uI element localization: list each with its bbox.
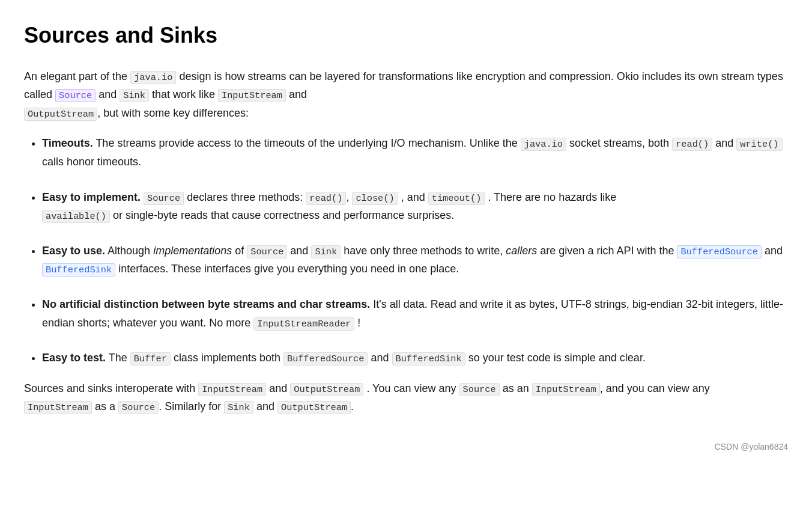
write-code: write() <box>736 138 782 151</box>
outputstream-code-intro: OutputStream <box>24 108 97 121</box>
features-list: Timeouts. The streams provide access to … <box>24 134 788 367</box>
sink-code-intro: Sink <box>120 89 149 102</box>
timeouts-label: Timeouts. <box>42 137 93 149</box>
use-text7: interfaces. These interfaces give you ev… <box>118 263 459 275</box>
use-text4: have only three methods to write, <box>344 245 503 257</box>
use-text3: and <box>290 245 308 257</box>
timeouts-text1: The streams provide access to the timeou… <box>95 137 517 149</box>
test-text4: so your test code is simple and clear. <box>468 352 646 364</box>
list-item: Easy to use. Although implementations of… <box>42 242 788 278</box>
callers-em: callers <box>506 245 537 257</box>
intro-text6: , but with some key differences: <box>97 107 249 119</box>
java-io-code: java.io <box>130 71 176 84</box>
implement-text5: or single-byte reads that cause correctn… <box>113 209 454 221</box>
use-label: Easy to use. <box>42 245 105 257</box>
list-item: No artificial distinction between byte s… <box>42 295 788 332</box>
intro-paragraph: An elegant part of the java.io design is… <box>24 67 788 123</box>
inputstream-code-outro3: InputStream <box>24 401 92 414</box>
intro-text3: and <box>98 88 117 100</box>
intro-text1: An elegant part of the <box>24 70 127 82</box>
outro-text7: . Similarly for <box>159 400 221 412</box>
outro-text8: and <box>256 400 274 412</box>
outro-text3: . You can view any <box>366 382 456 394</box>
timeouts-text3: and <box>715 137 733 149</box>
list-item: Easy to test. The Buffer class implement… <box>42 349 788 367</box>
buffer-code: Buffer <box>130 352 171 366</box>
sink-code-use: Sink <box>311 245 341 259</box>
use-text2: of <box>235 245 244 257</box>
outro-text6: as a <box>95 400 115 412</box>
implementations-em: implementations <box>153 245 232 257</box>
close-code-implement: close() <box>352 192 398 205</box>
bufferedsource-code: BufferedSource <box>677 245 762 259</box>
intro-text4: that work like <box>152 88 215 100</box>
outro-text2: and <box>269 382 287 394</box>
timeouts-text4: calls honor timeouts. <box>42 156 141 168</box>
intro-text5: and <box>289 88 307 100</box>
page-title: Sources and Sinks <box>24 18 788 53</box>
source-code-intro: Source <box>55 89 95 102</box>
distinction-text2: ! <box>357 317 360 329</box>
list-item: Timeouts. The streams provide access to … <box>42 134 788 171</box>
source-code-outro: Source <box>459 383 500 396</box>
inputstream-code-outro: InputStream <box>198 383 266 396</box>
bufferedsink-code-test: BufferedSink <box>392 352 465 366</box>
outro-text1: Sources and sinks interoperate with <box>24 382 195 394</box>
source-code-implement: Source <box>144 192 184 205</box>
implement-text2: , <box>346 191 349 203</box>
test-text1: The <box>109 352 127 364</box>
bufferedsource-code-test: BufferedSource <box>283 352 368 366</box>
test-text3: and <box>371 352 389 364</box>
implement-text3: , and <box>401 191 425 203</box>
outro-text5: , and you can view any <box>600 382 710 394</box>
test-text2: class implements both <box>174 352 280 364</box>
use-text5: are given a rich API with the <box>540 245 674 257</box>
source-code-outro2: Source <box>118 401 159 414</box>
inputstreamreader-code: InputStreamReader <box>253 317 354 331</box>
available-code-implement: available() <box>42 210 110 223</box>
read-code: read() <box>672 138 712 151</box>
implement-text4: . There are no hazards like <box>488 191 616 203</box>
outputstream-code-outro: OutputStream <box>290 383 363 396</box>
outro-text9: . <box>351 400 354 412</box>
inputstream-code-outro2: InputStream <box>532 383 600 396</box>
timeout-code-implement: timeout() <box>428 192 485 205</box>
test-label: Easy to test. <box>42 352 106 364</box>
outputstream-code-outro2: OutputStream <box>277 401 351 414</box>
attribution: CSDN @yolan6824 <box>24 440 788 453</box>
timeouts-text2: socket streams, both <box>569 137 669 149</box>
inputstream-code-intro: InputStream <box>218 89 286 102</box>
source-code-use: Source <box>247 245 287 259</box>
use-text6: and <box>765 245 783 257</box>
use-text1: Although <box>108 245 150 257</box>
list-item: Easy to implement. Source declares three… <box>42 188 788 225</box>
bufferedsink-code: BufferedSink <box>42 263 115 277</box>
read-code-implement: read() <box>306 192 346 205</box>
sink-code-outro: Sink <box>224 401 253 414</box>
outro-text4: as an <box>503 382 529 394</box>
implement-label: Easy to implement. <box>42 191 141 203</box>
distinction-label: No artificial distinction between byte s… <box>42 298 370 310</box>
java-io-code-timeouts: java.io <box>521 138 566 151</box>
implement-text1: declares three methods: <box>187 191 303 203</box>
outro-paragraph: Sources and sinks interoperate with Inpu… <box>24 379 788 416</box>
